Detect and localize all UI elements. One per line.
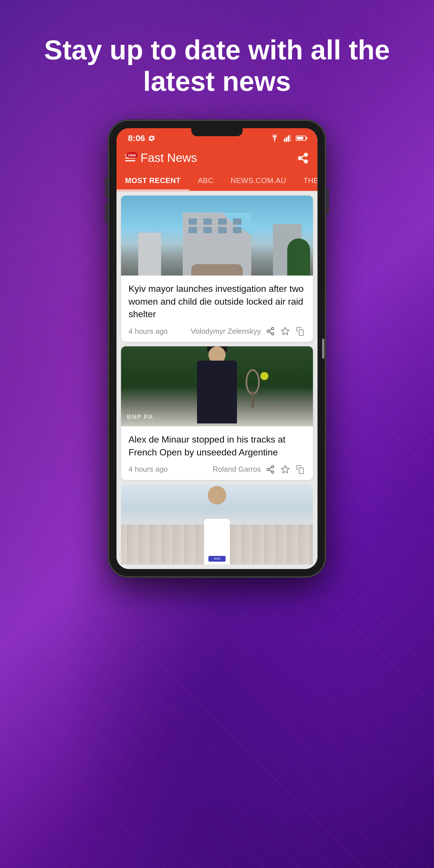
header-right-actions	[297, 152, 309, 164]
building-left	[138, 233, 161, 276]
svg-rect-18	[299, 468, 304, 474]
card-time-2: 4 hours ago	[128, 465, 167, 474]
wifi-icon	[270, 134, 280, 142]
star-button-1[interactable]	[280, 326, 291, 337]
window	[233, 218, 242, 225]
card-source-1: Volodymyr Zelenskyy	[191, 327, 261, 336]
window	[218, 218, 227, 225]
menu-button[interactable]: new	[125, 154, 135, 161]
gear-icon	[148, 134, 155, 142]
cricket-head	[208, 486, 226, 504]
svg-point-14	[272, 471, 274, 473]
card-time-1: 4 hours ago	[128, 327, 167, 336]
phone-frame: 8:06	[108, 120, 326, 577]
racket-handle	[251, 392, 254, 407]
news-card-1[interactable]: Kyiv mayor launches investigation after …	[121, 195, 313, 342]
card-title-2: Alex de Minaur stopped in his tracks at …	[128, 433, 306, 459]
tennis-scene: BNP PA	[121, 346, 313, 426]
battery-icon	[296, 135, 306, 141]
svg-marker-10	[282, 328, 289, 335]
power-button	[327, 189, 329, 214]
card-meta-2: 4 hours ago Roland Garros	[128, 464, 306, 475]
card-actions-2: Roland Garros	[213, 464, 306, 475]
tennis-ball	[260, 372, 269, 380]
cricket-badge: cinch	[209, 556, 225, 562]
share-curved-icon[interactable]	[297, 152, 309, 164]
hamburger-line-3	[125, 160, 135, 161]
new-badge: new	[126, 152, 137, 158]
svg-rect-2	[286, 137, 287, 142]
svg-point-5	[272, 328, 274, 330]
app-title: Fast News	[141, 151, 197, 165]
rubble	[191, 264, 243, 276]
volume-down-button	[105, 203, 107, 223]
svg-rect-4	[290, 134, 291, 142]
status-icons	[270, 134, 306, 142]
window	[188, 218, 197, 225]
window	[188, 227, 197, 233]
nav-tabs: MOST RECENT ABC NEWS.COM.AU THE GUARDIAN…	[117, 171, 317, 191]
phone-screen: 8:06	[117, 128, 317, 569]
svg-point-13	[267, 468, 269, 470]
tab-guardian[interactable]: THE GUARDIAN AUSTRA…	[294, 171, 317, 190]
svg-rect-3	[288, 135, 289, 142]
tree	[287, 239, 310, 276]
window	[233, 227, 242, 233]
status-time: 8:06	[128, 133, 145, 143]
building-windows	[188, 218, 246, 233]
cricket-player: cinch	[198, 502, 236, 564]
card-source-2: Roland Garros	[213, 465, 261, 474]
status-left: 8:06	[128, 133, 155, 143]
signal-icon	[284, 134, 292, 142]
card-image-1	[121, 195, 313, 276]
tab-abc[interactable]: ABC	[189, 171, 222, 190]
racket	[246, 369, 260, 395]
card-content-1: Kyiv mayor launches investigation after …	[121, 276, 313, 342]
window	[218, 227, 227, 233]
svg-marker-17	[282, 465, 289, 472]
tab-news-com-au[interactable]: NEWS.COM.AU	[222, 171, 295, 190]
svg-point-7	[272, 333, 274, 335]
svg-point-6	[267, 330, 269, 332]
volume-up-button	[105, 177, 107, 197]
header-left: new Fast News	[125, 151, 197, 165]
share-button-2[interactable]	[265, 464, 276, 475]
card-title-1: Kyiv mayor launches investigation after …	[128, 282, 306, 321]
cricket-scene: cinch	[121, 485, 313, 564]
card-meta-1: 4 hours ago Volodymyr Zelenskyy	[128, 326, 306, 337]
card-actions-1: Volodymyr Zelenskyy	[191, 326, 306, 337]
phone-notch	[191, 128, 243, 136]
svg-line-8	[269, 332, 272, 333]
tab-most-recent[interactable]: MOST RECENT	[117, 171, 189, 190]
star-button-2[interactable]	[280, 464, 291, 475]
svg-point-0	[274, 141, 275, 142]
news-feed: Kyiv mayor launches investigation after …	[117, 191, 317, 569]
app-header: new Fast News	[117, 146, 317, 171]
news-card-2[interactable]: BNP PA Alex de Minaur stopped in his tra…	[121, 346, 313, 480]
player-body	[197, 361, 237, 424]
svg-rect-1	[284, 138, 285, 142]
cricket-body: cinch	[204, 519, 230, 564]
share-button-1[interactable]	[265, 326, 276, 337]
window	[203, 227, 212, 233]
card-content-2: Alex de Minaur stopped in his tracks at …	[121, 426, 313, 480]
window	[203, 218, 212, 225]
svg-line-16	[269, 467, 272, 469]
page-headline: Stay up to date with all the latest news	[0, 0, 434, 120]
svg-rect-11	[299, 330, 304, 336]
copy-button-1[interactable]	[294, 326, 306, 337]
building-scene	[121, 195, 313, 276]
news-card-3[interactable]: cinch	[121, 485, 313, 564]
svg-line-9	[269, 329, 272, 331]
svg-point-12	[272, 465, 274, 468]
svg-line-15	[269, 470, 272, 471]
card-image-2: BNP PA	[121, 346, 313, 426]
copy-button-2[interactable]	[294, 464, 306, 475]
